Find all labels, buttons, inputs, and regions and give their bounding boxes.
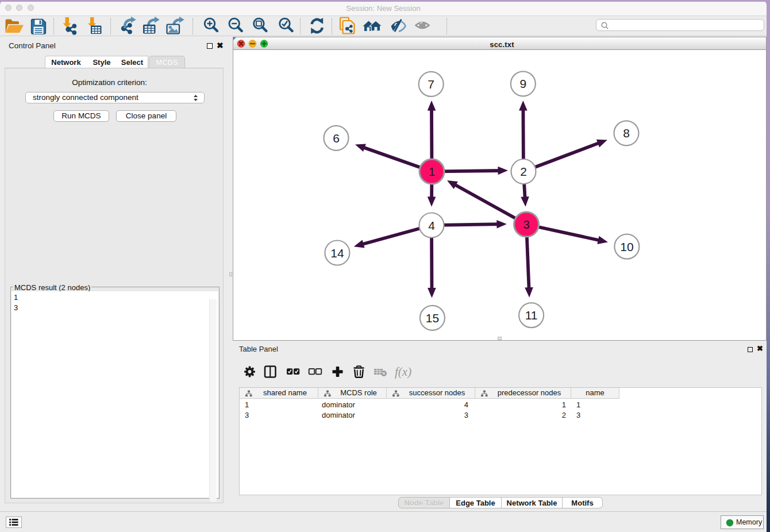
svg-text:10: 10 [620,240,633,253]
svg-text:8: 8 [623,126,630,140]
svg-text:14: 14 [330,246,344,260]
svg-text:4: 4 [428,219,435,232]
svg-text:3: 3 [523,218,530,231]
svg-text:2: 2 [520,165,527,178]
svg-text:9: 9 [519,77,526,90]
svg-text:7: 7 [428,78,434,91]
svg-text:15: 15 [426,311,439,325]
svg-text:6: 6 [333,132,340,145]
svg-text:1: 1 [429,165,436,178]
svg-text:11: 11 [525,309,538,322]
svg-text:f(x): f(x) [395,365,411,379]
